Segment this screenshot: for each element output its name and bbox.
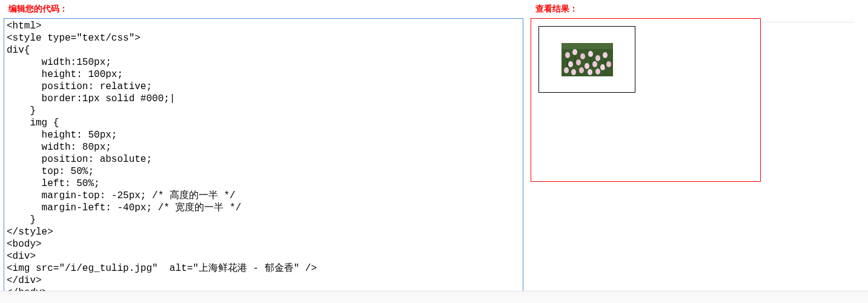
editor-panel: 编辑您的代码： [0, 4, 527, 303]
code-editor[interactable] [4, 19, 523, 296]
svg-point-8 [568, 61, 573, 67]
svg-point-13 [606, 61, 611, 67]
editor-panel-title: 编辑您的代码： [4, 4, 523, 15]
result-panel: 查看结果： [527, 4, 854, 303]
divider-line [762, 22, 854, 22]
svg-point-10 [585, 63, 589, 69]
bottom-border [0, 291, 868, 303]
svg-point-14 [564, 67, 569, 73]
result-panel-title: 查看结果： [531, 4, 850, 15]
tulip-image [562, 43, 613, 76]
svg-point-5 [588, 51, 593, 57]
code-editor-wrapper [4, 18, 523, 297]
svg-point-16 [579, 67, 584, 73]
svg-point-9 [576, 59, 581, 65]
result-box [538, 26, 635, 93]
svg-point-6 [595, 55, 600, 61]
editor-result-container: 编辑您的代码： 查看结果： [0, 0, 868, 303]
svg-point-4 [580, 53, 585, 59]
svg-point-17 [588, 69, 592, 75]
svg-point-15 [571, 69, 576, 75]
result-frame [531, 18, 761, 182]
svg-point-2 [565, 52, 570, 58]
svg-point-18 [595, 68, 600, 75]
svg-rect-1 [562, 43, 613, 49]
svg-point-11 [592, 61, 597, 67]
svg-point-12 [600, 64, 605, 70]
svg-point-7 [603, 52, 608, 58]
svg-point-3 [572, 49, 577, 55]
